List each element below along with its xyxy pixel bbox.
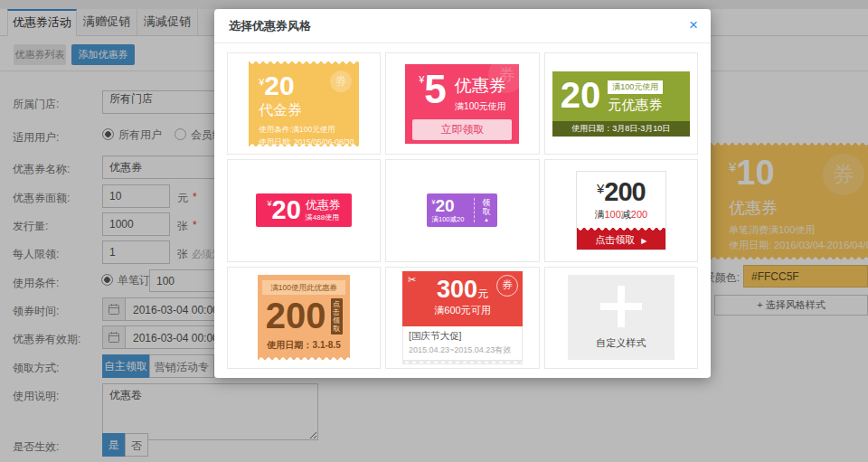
- coupon-style-cell-1[interactable]: 券 ¥20 代金券 使用条件:满100元使用 使用日期: 2015/05/06-…: [227, 52, 381, 155]
- coupon-style-modal: 选择优惠券风格 × 券 ¥20 代金券 使用条件:满100元使用 使用日期: 2…: [214, 9, 711, 378]
- coupon-title: 优惠券: [306, 199, 341, 212]
- coupon-condition-badge: 满100元使用: [608, 80, 663, 94]
- coupon-edge: [403, 360, 522, 363]
- coupon-style-purple[interactable]: ¥20 满100减20 领取 ▲: [427, 193, 497, 227]
- coupon-amount: ¥20: [431, 197, 474, 214]
- coupon-edge: [577, 228, 665, 232]
- coupon-style-cell-9[interactable]: 自定义样式: [544, 267, 698, 369]
- claim-label: 领取: [482, 198, 491, 216]
- claim-now-button[interactable]: 立即领取: [412, 119, 512, 140]
- click-claim-bar[interactable]: 点击领取▶: [577, 228, 665, 250]
- coupon-title: 元优惠券: [608, 97, 663, 114]
- coupon-date: 使用日期：3.1-8.5: [258, 339, 350, 352]
- coupon-edge: [249, 61, 359, 66]
- coupon-style-cell-2[interactable]: 券 ¥5 优惠券 满100元使用 立即领取: [385, 52, 539, 155]
- coupon-date-bar: 使用日期：3月8日-3月10日: [552, 121, 690, 137]
- scissors-icon: ✂: [408, 274, 416, 286]
- coupon-validity: 2015.04.23~2015.04.23有效: [409, 344, 516, 356]
- coupon-style-cell-6[interactable]: ¥200 满100减200 点击领取▶: [544, 159, 698, 261]
- coupon-style-badge-pink[interactable]: ¥20 优惠券 满488使用: [256, 193, 352, 227]
- coupon-style-red[interactable]: ✂ 券 300元 满600元可用 [国庆节大促] 2015.04.23~2015…: [402, 271, 523, 364]
- coupon-stamp-icon: 券: [330, 71, 352, 92]
- coupon-condition: 满100减20: [431, 215, 474, 224]
- coupon-edge: [258, 355, 350, 360]
- coupon-condition: 使用条件:满100元使用: [259, 125, 359, 136]
- coupon-name: 代金券: [259, 101, 359, 120]
- coupon-amount: 200: [266, 298, 326, 333]
- coupon-amount: ¥20: [268, 197, 301, 223]
- click-claim-vertical-badge[interactable]: 点击领取: [331, 298, 343, 335]
- custom-style-tile[interactable]: 自定义样式: [568, 275, 675, 360]
- custom-style-label: 自定义样式: [596, 336, 646, 350]
- coupon-style-cell-7[interactable]: 满100使用此优惠券 200 点击领取 使用日期：3.1-8.5: [227, 267, 381, 369]
- coupon-style-green[interactable]: 20 满100元使用 元优惠券 使用日期：3月8日-3月10日: [552, 71, 690, 137]
- coupon-condition: 满600元可用: [402, 304, 523, 317]
- coupon-style-pink[interactable]: 券 ¥5 优惠券 满100元使用 立即领取: [405, 64, 519, 144]
- coupon-condition: 满488使用: [306, 212, 341, 222]
- triangle-up-icon: ▲: [484, 217, 489, 222]
- coupon-amount: 20: [561, 78, 601, 114]
- coupon-style-yellow[interactable]: 券 ¥20 代金券 使用条件:满100元使用 使用日期: 2015/05/06-…: [249, 61, 359, 146]
- arrow-right-icon: ▶: [641, 237, 646, 245]
- coupon-edge: [249, 142, 359, 146]
- coupon-condition: 满100元使用: [455, 100, 506, 113]
- coupon-amount: ¥5: [419, 71, 447, 108]
- coupon-style-white-red[interactable]: ¥200 满100减200 点击领取▶: [576, 171, 666, 250]
- coupon-campaign: [国庆节大促]: [409, 330, 516, 343]
- coupon-stamp-icon: 券: [496, 275, 518, 297]
- coupon-style-orange[interactable]: 满100使用此优惠券 200 点击领取 使用日期：3.1-8.5: [258, 275, 350, 360]
- modal-header: 选择优惠券风格 ×: [214, 9, 711, 43]
- coupon-condition: 满100减200: [577, 208, 665, 222]
- plus-icon: [600, 286, 642, 327]
- coupon-style-grid: 券 ¥20 代金券 使用条件:满100元使用 使用日期: 2015/05/06-…: [227, 52, 698, 369]
- coupon-style-cell-8[interactable]: ✂ 券 300元 满600元可用 [国庆节大促] 2015.04.23~2015…: [385, 267, 539, 369]
- coupon-style-cell-3[interactable]: 20 满100元使用 元优惠券 使用日期：3月8日-3月10日: [544, 52, 698, 155]
- coupon-style-cell-5[interactable]: ¥20 满100减20 领取 ▲: [385, 159, 539, 261]
- coupon-style-cell-4[interactable]: ¥20 优惠券 满488使用: [227, 159, 381, 261]
- coupon-amount: ¥200: [577, 179, 665, 205]
- close-icon[interactable]: ×: [689, 9, 698, 42]
- coupon-condition-bar: 满100使用此优惠券: [262, 280, 345, 295]
- modal-title: 选择优惠券风格: [229, 9, 311, 43]
